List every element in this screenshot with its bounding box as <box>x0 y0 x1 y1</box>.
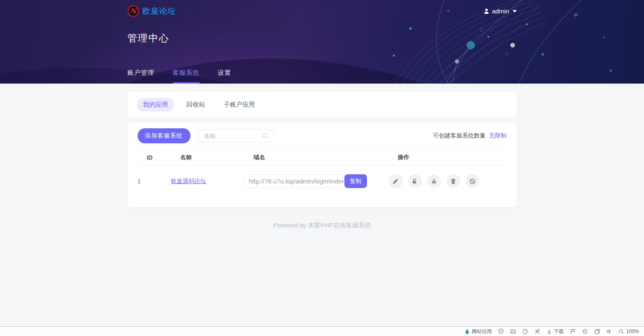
zoom-control[interactable]: 100% <box>618 328 639 334</box>
ie-icon <box>582 328 588 334</box>
toolbar: 添加客服系统 可创建客服系统数量 无限制 <box>138 128 507 143</box>
download-item[interactable]: 下载 <box>547 328 564 335</box>
image-icon <box>510 328 516 334</box>
window-restore-icon <box>594 328 600 334</box>
edit-icon <box>392 178 399 185</box>
copy-button[interactable]: 复制 <box>344 174 367 188</box>
gauge-icon <box>522 328 528 334</box>
page-title: 管理中心 <box>128 32 517 45</box>
username: admin <box>492 8 509 15</box>
user-icon <box>483 8 490 14</box>
window-mode-item[interactable] <box>594 328 600 334</box>
search-box <box>198 129 273 143</box>
domain-input[interactable] <box>244 174 348 188</box>
unlock-button[interactable] <box>408 174 422 188</box>
logo-text: 欧皇论坛 <box>143 6 176 17</box>
download-arrow-icon <box>547 328 552 334</box>
domain-cell: 复制 <box>244 174 389 188</box>
main-content: 我的应用 回收站 子账户应用 添加客服系统 可创建客服系统数量 无限制 <box>0 92 644 334</box>
download-label: 下载 <box>554 328 564 335</box>
shield-icon <box>498 328 504 334</box>
site-credit-label: 网站信用 <box>472 328 492 335</box>
main-tabs: 账户管理 客服系统 设置 <box>128 69 517 84</box>
row-id: 1 <box>138 178 171 185</box>
images-toggle-item[interactable] <box>510 328 516 334</box>
quota-label: 可创建客服系统数量 <box>433 132 486 139</box>
service-name-link[interactable]: 欧皇源码论坛 <box>171 178 206 184</box>
hero-header: N 欧皇论坛 admin 管理中心 账户管理 客服系统 设置 <box>0 0 644 84</box>
flag-icon <box>570 328 576 334</box>
row-actions <box>389 174 507 188</box>
subtab-recycle-bin[interactable]: 回收站 <box>180 98 212 112</box>
speaker-icon <box>606 328 612 334</box>
subtab-subaccount-apps[interactable]: 子账户应用 <box>218 98 262 112</box>
tab-settings[interactable]: 设置 <box>218 69 231 84</box>
col-actions: 操作 <box>398 154 507 161</box>
quota-info: 可创建客服系统数量 无限制 <box>433 132 507 140</box>
subtab-card: 我的应用 回收站 子账户应用 <box>128 92 517 117</box>
col-domain: 域名 <box>254 154 398 161</box>
clean-icon <box>431 178 437 185</box>
clean-button[interactable] <box>427 174 441 188</box>
list-card: 添加客服系统 可创建客服系统数量 无限制 ID 名称 域名 <box>128 122 517 207</box>
table-row: 1 欧皇源码论坛 复制 <box>138 165 507 198</box>
user-menu[interactable]: admin <box>483 8 517 15</box>
rocket-icon <box>534 328 540 334</box>
col-id: ID <box>147 154 180 161</box>
site-logo[interactable]: N 欧皇论坛 <box>128 5 176 17</box>
table-header-row: ID 名称 域名 操作 <box>138 150 507 165</box>
security-shield-item[interactable] <box>498 328 504 334</box>
chevron-down-icon <box>513 10 517 13</box>
subtab-my-apps[interactable]: 我的应用 <box>137 98 174 112</box>
search-icon[interactable] <box>262 132 268 139</box>
delete-button[interactable] <box>446 174 460 188</box>
magnifier-icon <box>618 328 624 334</box>
disable-icon <box>469 178 476 185</box>
droplet-icon <box>464 328 470 334</box>
accelerator-item[interactable] <box>534 328 540 334</box>
mute-item[interactable] <box>606 328 612 334</box>
edit-button[interactable] <box>389 174 403 188</box>
delete-icon <box>450 178 457 185</box>
tab-account-management[interactable]: 账户管理 <box>128 69 154 84</box>
quota-value-link[interactable]: 无限制 <box>489 132 507 139</box>
compatibility-mode-item[interactable] <box>582 328 588 334</box>
site-credit-item[interactable]: 网站信用 <box>464 328 492 335</box>
speed-mode-item[interactable] <box>522 328 528 334</box>
col-name: 名称 <box>180 154 254 161</box>
logo-icon: N <box>128 5 139 17</box>
add-service-button[interactable]: 添加客服系统 <box>138 128 190 143</box>
unlock-icon <box>411 178 418 185</box>
report-flag-item[interactable] <box>570 328 576 334</box>
zoom-level: 100% <box>626 328 639 334</box>
tab-customer-service[interactable]: 客服系统 <box>173 69 200 84</box>
disable-button[interactable] <box>466 174 480 188</box>
service-table: ID 名称 域名 操作 1 欧皇源码论坛 复制 <box>138 150 507 198</box>
powered-by-text: Powered by 来客PHP在线客服系统 <box>128 221 517 255</box>
browser-status-bar: 网站信用 下载 <box>0 326 644 336</box>
